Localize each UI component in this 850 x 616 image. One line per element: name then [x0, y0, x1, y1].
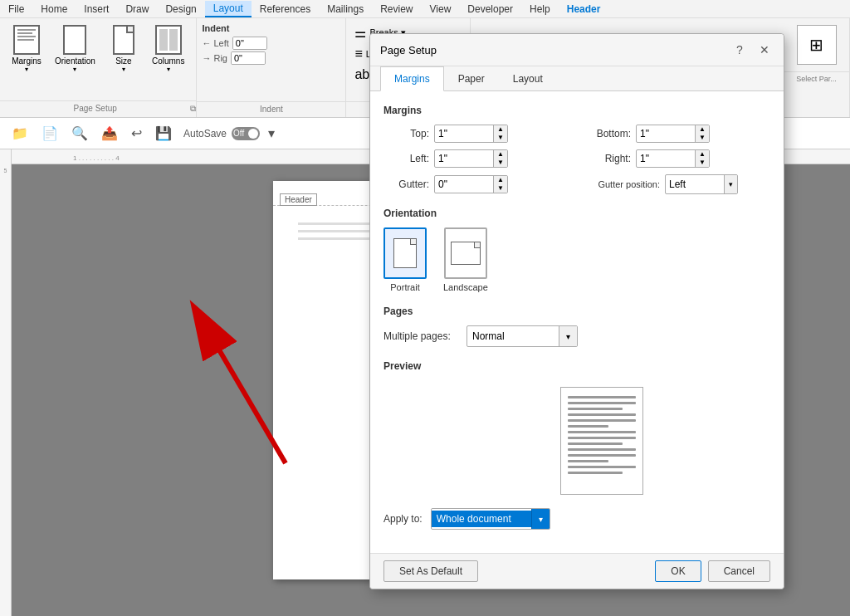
orientation-btn-label: Orientation — [55, 56, 95, 66]
preview-section: Preview — [383, 360, 770, 495]
ribbon-btn-columns[interactable]: Columns ▾ — [147, 22, 189, 97]
gutter-position-select[interactable]: Left Top — [666, 177, 724, 192]
page-setup-expand[interactable]: ⧉ — [190, 104, 196, 114]
left-spin-up[interactable]: ▲ — [494, 150, 507, 159]
margins-dropdown-arrow: ▾ — [25, 66, 28, 73]
menu-header[interactable]: Header — [559, 2, 609, 17]
line-numbers-icon: ≡ — [354, 46, 362, 61]
apply-to-select[interactable]: Whole document This section This point f… — [432, 511, 531, 527]
apply-to-select-group: Whole document This section This point f… — [431, 508, 550, 530]
preview-lines — [561, 388, 642, 482]
page-setup-dialog: Page Setup ? ✕ Margins Paper Layout Marg… — [369, 149, 784, 589]
autosave-group: AutoSave Off — [183, 127, 260, 140]
select-par-label: Select Par... — [784, 71, 849, 86]
orientation-options: Portrait Landscape — [383, 227, 770, 292]
share-btn[interactable]: 📤 — [96, 123, 123, 144]
menu-help[interactable]: Help — [521, 2, 559, 17]
multiple-pages-select-group: Normal Mirror margins 2 pages per sheet … — [467, 325, 578, 347]
autosave-label: AutoSave — [183, 128, 227, 139]
menu-design[interactable]: Design — [157, 2, 204, 17]
right-spin-up[interactable]: ▲ — [696, 150, 709, 159]
gutter-spin-down[interactable]: ▼ — [494, 184, 507, 193]
apply-to-label: Apply to: — [383, 513, 423, 525]
size-dropdown-arrow: ▾ — [122, 66, 125, 73]
pages-title: Pages — [383, 306, 770, 317]
menu-developer[interactable]: Developer — [459, 2, 521, 17]
menu-file[interactable]: File — [0, 2, 32, 17]
ribbon-group-indent: Indent ← Left → Rig Indent — [197, 18, 346, 117]
menu-references[interactable]: References — [252, 2, 319, 17]
ribbon-group-select: ⊞ Select Par... — [784, 18, 850, 117]
left-spin-down[interactable]: ▼ — [494, 159, 507, 167]
right-margin-row: Right: ▲ ▼ — [585, 149, 770, 168]
right-spin: ▲ ▼ — [695, 150, 709, 167]
left-indent-input[interactable] — [233, 37, 266, 49]
columns-dropdown-arrow: ▾ — [167, 66, 170, 73]
dialog-footer: Set As Default OK Cancel — [370, 553, 784, 589]
gutter-position-row: Gutter position: Left Top ▾ — [585, 174, 770, 194]
portrait-page-icon — [393, 238, 417, 268]
menu-insert[interactable]: Insert — [76, 2, 117, 17]
portrait-label: Portrait — [390, 282, 419, 292]
autosave-toggle[interactable]: Off — [232, 127, 260, 140]
preview-title: Preview — [383, 360, 770, 372]
multiple-pages-arrow: ▾ — [559, 326, 577, 346]
new-btn[interactable]: 📄 — [37, 123, 63, 144]
search-btn[interactable]: 🔍 — [66, 123, 93, 144]
set-as-default-btn[interactable]: Set As Default — [383, 560, 478, 582]
gutter-position-arrow: ▾ — [724, 175, 737, 193]
header-label: Header — [280, 193, 317, 206]
breaks-icon: ⚌ — [354, 25, 366, 41]
menu-layout[interactable]: Layout — [205, 1, 252, 17]
page-setup-group-label: Page Setup ⧉ — [0, 100, 196, 117]
gutter-input[interactable] — [435, 177, 493, 192]
ribbon-group-page-setup: Margins ▾ Orientation ▾ Size ▾ — [0, 18, 197, 117]
landscape-page-icon — [451, 242, 481, 265]
gutter-margin-row: Gutter: ▲ ▼ — [383, 174, 569, 194]
menu-view[interactable]: View — [422, 2, 460, 17]
menu-review[interactable]: Review — [372, 2, 421, 17]
orientation-icon — [63, 25, 86, 55]
landscape-option[interactable]: Landscape — [443, 227, 488, 292]
toggle-off-label: Off — [233, 129, 244, 138]
gutter-position-label: Gutter position: — [585, 179, 660, 189]
margins-btn-label: Margins — [12, 56, 42, 66]
ribbon-btn-orientation[interactable]: Orientation ▾ — [50, 22, 100, 97]
content-area: 5 1 . . . . . . . . . . 4 Header — [0, 149, 850, 616]
orientation-dropdown-arrow: ▾ — [73, 66, 76, 73]
menu-bar: File Home Insert Draw Design Layout Refe… — [0, 0, 850, 18]
columns-btn-label: Columns — [152, 56, 184, 66]
menu-draw[interactable]: Draw — [117, 2, 157, 17]
right-input-group: ▲ ▼ — [636, 149, 710, 168]
landscape-icon-box — [444, 227, 487, 279]
app-wrapper: File Home Insert Draw Design Layout Refe… — [0, 0, 850, 616]
portrait-option[interactable]: Portrait — [383, 227, 427, 292]
gutter-spin-up[interactable]: ▲ — [494, 176, 507, 184]
left-margin-row: Left: ▲ ▼ — [383, 149, 569, 168]
customize-btn[interactable]: ▾ — [263, 123, 280, 144]
menu-mailings[interactable]: Mailings — [319, 2, 372, 17]
ok-btn[interactable]: OK — [655, 560, 701, 582]
open-btn[interactable]: 📁 — [7, 123, 33, 144]
left-input-group: ▲ ▼ — [434, 149, 508, 168]
save-btn[interactable]: 💾 — [150, 123, 177, 144]
gutter-label: Gutter: — [383, 178, 429, 190]
margins-form-grid: Top: ▲ ▼ Bottom: — [383, 149, 770, 194]
apply-to-arrow: ▾ — [531, 509, 550, 529]
ribbon-btn-size[interactable]: Size ▾ — [104, 22, 144, 97]
indent-group-label: Indent — [197, 101, 345, 117]
toggle-knob — [248, 129, 258, 139]
left-input[interactable] — [435, 151, 493, 166]
left-indent-row: ← Left — [202, 37, 340, 50]
right-indent-input[interactable] — [232, 52, 265, 64]
right-input[interactable] — [637, 151, 695, 166]
multiple-pages-select[interactable]: Normal Mirror margins 2 pages per sheet … — [467, 328, 559, 345]
undo-btn[interactable]: ↩ — [126, 123, 147, 144]
cancel-btn[interactable]: Cancel — [708, 560, 770, 582]
vertical-ruler: 5 — [0, 149, 12, 616]
size-btn-label: Size — [115, 56, 131, 66]
menu-home[interactable]: Home — [32, 2, 76, 17]
multiple-pages-label: Multiple pages: — [383, 330, 458, 342]
ribbon-btn-margins[interactable]: Margins ▾ — [7, 22, 46, 97]
right-spin-down[interactable]: ▼ — [696, 159, 709, 167]
